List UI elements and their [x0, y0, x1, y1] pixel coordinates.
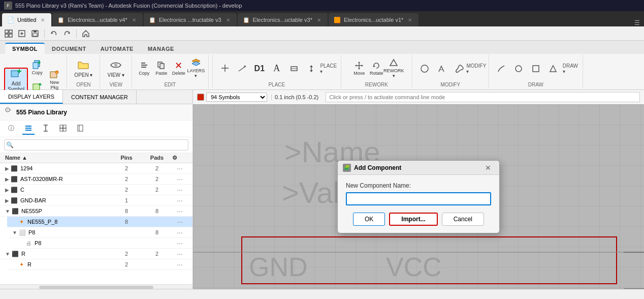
comp-dots-p8pkg[interactable]: ··· [172, 228, 187, 236]
canvas-area[interactable]: >Name >Value GND TRIG VCC DISCH [193, 104, 644, 289]
ribbon-btn-modify2[interactable] [434, 57, 450, 80]
dialog-cancel-btn[interactable]: Cancel [442, 213, 484, 226]
dialog-ok-btn[interactable]: OK [353, 213, 385, 226]
list-item[interactable]: ▶ ✦ NE555_P_8 8 ··· [7, 217, 192, 227]
list-item[interactable]: ▶ 🖨 P8 ··· [14, 238, 192, 249]
comp-pads-ast: 2 [142, 176, 172, 182]
component-list: ▶ ⬛ 1294 2 2 ··· ▶ ⬛ AST-03208MR-R 2 2 ·… [0, 163, 192, 284]
list-item[interactable]: ▶ ⬛ 1294 2 2 ··· [0, 163, 192, 174]
tab-elec3s[interactable]: 📋 Electronics...uctable v3* ✕ [238, 13, 328, 26]
search-input[interactable] [4, 139, 188, 151]
ribbon-tab-automate[interactable]: AUTOMATE [93, 44, 141, 54]
ribbon-btn-open[interactable]: OPEN ▾ [71, 56, 95, 81]
status-bar [0, 289, 644, 299]
list-item[interactable]: ▼ ⬛ R 2 2 ··· [0, 249, 192, 259]
comp-dots-rsub[interactable]: ··· [172, 260, 187, 268]
svg-rect-2 [5, 34, 8, 37]
ribbon-btn-rework-more[interactable]: REWORK ▾ [385, 57, 402, 80]
quick-new-btn[interactable] [16, 28, 27, 39]
ribbon-btn-pl6[interactable] [303, 57, 319, 80]
dialog-close-btn[interactable]: ✕ [482, 163, 494, 173]
ribbon-btn-pl4[interactable]: A [269, 57, 285, 80]
panel-icon-book[interactable] [74, 123, 86, 135]
ribbon-btn-add-symbol[interactable]: AddSymbol [4, 68, 28, 92]
ribbon-btn-layers[interactable]: LAYERS ▾ [188, 57, 204, 80]
svg-point-54 [10, 109, 11, 110]
ribbon-btn-move[interactable]: Move [351, 57, 367, 80]
list-item[interactable]: ▶ ⬛ AST-03208MR-R 2 2 ··· [0, 174, 192, 185]
panel-icon-list[interactable] [22, 123, 35, 135]
ribbon-btn-edit2[interactable]: Paste [153, 57, 170, 80]
ribbon-btn-new-package[interactable]: + New Pkg [46, 68, 62, 92]
ribbon-btn-draw2[interactable] [510, 57, 527, 80]
list-item[interactable]: ▶ ⬛ C 2 2 ··· [0, 185, 192, 195]
tab-close-elec3s[interactable]: ✕ [315, 17, 323, 23]
comp-name-gnd: GND-BAR [20, 197, 111, 203]
ribbon-btn-edit3[interactable]: ✕ Delete [171, 57, 187, 80]
ribbon-btn-draw4[interactable] [545, 57, 561, 80]
comp-dots-c[interactable]: ··· [172, 186, 187, 194]
layer-dropdown[interactable]: 94 Symbols [206, 93, 267, 102]
list-item[interactable]: ▶ ⬛ GND-BAR 1 ··· [0, 195, 192, 206]
ribbon-btn-pl1[interactable] [217, 57, 233, 80]
ribbon-tab-document[interactable]: DOCUMENT [45, 44, 93, 54]
dialog-component-name-input[interactable] [346, 192, 491, 205]
tab-overflow[interactable]: ☰ [630, 19, 644, 26]
tab-label-untitled: Untitled [17, 17, 36, 23]
dialog-body: New Component Name: OK Import... Cancel [338, 175, 499, 233]
expand-arrow-1294: ▶ [5, 166, 9, 171]
panel-tab-content-manager[interactable]: CONTENT MANAGER [63, 90, 137, 104]
comp-dots-ne555p[interactable]: ··· [172, 207, 187, 215]
ribbon-btn-pl5[interactable] [286, 57, 302, 80]
ribbon-btn-rotate[interactable]: Rotate [368, 57, 384, 80]
tab-close-elec1[interactable]: ✕ [406, 17, 413, 23]
ribbon-btn-pl3[interactable]: D1 [251, 57, 268, 80]
tab-close-untitled[interactable]: ✕ [39, 17, 46, 23]
rotate-icon [371, 61, 381, 71]
ribbon-btn-draw3[interactable] [528, 57, 544, 80]
dialog-import-btn[interactable]: Import... [389, 213, 437, 226]
ribbon-btn-modify1[interactable] [416, 57, 433, 80]
ribbon-btn-modify-label[interactable]: MODIFY ▾ [468, 57, 485, 80]
ribbon-tab-symbol[interactable]: SYMBOL [5, 43, 45, 54]
new-package-label: New Pkg [49, 80, 60, 91]
svg-rect-63 [63, 125, 66, 128]
panel-hscroll-thumb[interactable] [39, 286, 153, 289]
comp-dots-r[interactable]: ··· [172, 250, 187, 258]
quick-undo-btn[interactable] [48, 28, 59, 39]
list-item[interactable]: ▼ ⬜ P8 8 ··· [7, 227, 192, 238]
ribbon-edit-items: Copy Paste ✕ Delete [136, 56, 204, 81]
comp-dots-gnd[interactable]: ··· [172, 196, 187, 204]
quick-save-btn[interactable] [29, 28, 41, 39]
ribbon-btn-view[interactable]: VIEW ▾ [104, 56, 127, 81]
ribbon-btn-draw1[interactable] [493, 57, 509, 80]
comp-dots-1294[interactable]: ··· [172, 164, 187, 172]
ribbon-btn-wrench[interactable] [451, 57, 467, 80]
list-item[interactable]: ▼ ⬛ NE555P 8 8 ··· [0, 206, 192, 217]
tab-close-elec4[interactable]: ✕ [131, 17, 138, 23]
ribbon-btn-draw-label[interactable]: DRAW ▾ [562, 57, 578, 80]
quick-redo-btn[interactable] [61, 28, 73, 39]
tab-close-elec3[interactable]: ✕ [224, 17, 232, 23]
panel-icon-table[interactable] [57, 123, 69, 135]
quick-home-btn[interactable] [80, 28, 91, 39]
ribbon-btn-pl2[interactable] [234, 57, 250, 80]
tab-elec1[interactable]: 🟧 Electronics...uctable v1* ✕ [329, 13, 418, 26]
quick-grid-btn[interactable] [3, 28, 14, 39]
ribbon-btn-copy-symbol[interactable]: Copy [29, 56, 45, 79]
panel-icon-pins[interactable] [40, 123, 52, 135]
tab-untitled[interactable]: 📄 Untitled ✕ [2, 13, 51, 26]
list-item[interactable]: ▶ ✦ R 2 ··· [7, 259, 192, 270]
ribbon-btn-place-label[interactable]: PLACE ▾ [320, 57, 337, 80]
command-line-input[interactable] [326, 92, 640, 102]
layer-select: 94 Symbols [197, 93, 267, 102]
comp-dots-ne555p8[interactable]: ··· [172, 218, 187, 226]
ribbon-tab-manage[interactable]: MANAGE [141, 44, 181, 54]
ribbon-btn-edit1[interactable]: Copy [136, 57, 152, 80]
comp-dots-ast[interactable]: ··· [172, 175, 187, 183]
tab-elec3[interactable]: 📋 Electronics ...tructable v3 ✕ [144, 13, 237, 26]
comp-dots-p8[interactable]: ··· [172, 239, 187, 247]
panel-tab-display-layers[interactable]: DISPLAY LAYERS [0, 90, 63, 104]
tab-elec4[interactable]: 📋 Electronics...uctable v4* ✕ [52, 13, 142, 26]
panel-icon-info[interactable]: ⓘ [5, 123, 17, 135]
